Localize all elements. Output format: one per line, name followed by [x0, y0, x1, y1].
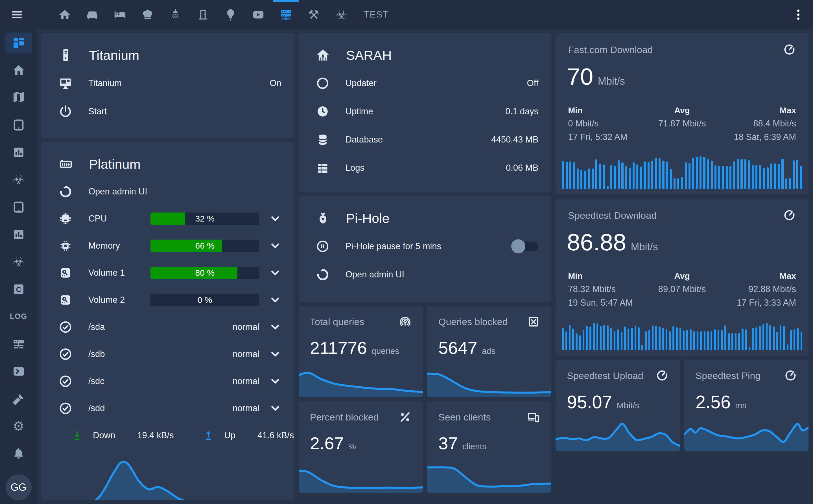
entity-row-uptime[interactable]: Uptime 0.1 days [299, 97, 552, 126]
upload-sparkline [556, 414, 680, 451]
disk-label: /sdd [88, 403, 105, 413]
sidebar-item-dashboard[interactable] [0, 29, 37, 56]
sofa-icon [86, 8, 99, 21]
sidebar-item-log[interactable]: LOG [0, 303, 37, 330]
gauge-row-cpu[interactable]: CPU 32 % [41, 205, 294, 232]
chevron-down-icon[interactable] [269, 240, 281, 252]
entity-row-updater[interactable]: Updater Off [299, 69, 552, 97]
total-queries-card: Total queries 211776queries [299, 306, 423, 397]
menu-icon[interactable] [10, 8, 24, 21]
speed-unit: Mbit/s [617, 401, 639, 410]
disk-label: /sdb [88, 349, 105, 359]
gauge-row-memory[interactable]: Memory 66 % [41, 232, 294, 259]
tab-lights[interactable] [217, 0, 244, 29]
gauge-value: 0 % [150, 294, 259, 306]
gauge-row-volume1[interactable]: Volume 1 80 % [41, 259, 294, 286]
entity-row-database[interactable]: Database 4450.43 MB [299, 126, 552, 154]
pihole-pause-toggle[interactable] [512, 242, 538, 251]
entity-row-start[interactable]: Start [41, 97, 294, 126]
sidebar-item-tablet-2[interactable] [0, 193, 37, 221]
max-value: 88.4 Mbit/s [718, 119, 796, 129]
chevron-down-icon[interactable] [269, 212, 281, 225]
tab-biohazard[interactable]: ☣ [327, 0, 355, 29]
avg-value: 89.07 Mbit/s [647, 284, 718, 294]
gauge-value: 32 % [150, 212, 259, 225]
speed-value: 86.88 [567, 229, 626, 256]
home-icon [58, 8, 71, 21]
list-icon [315, 161, 330, 175]
stat-title: Queries blocked [439, 316, 508, 327]
fastcom-bar-chart [562, 152, 802, 189]
tab-server[interactable] [272, 0, 300, 29]
toggle-label: Pi-Hole pause for 5 mins [345, 241, 441, 251]
overflow-menu-icon[interactable] [792, 8, 805, 21]
sidebar-item-server-network[interactable] [0, 330, 37, 358]
sidebar-item-map[interactable] [0, 84, 37, 111]
disk-row-sdc[interactable]: /sdc normal [41, 368, 294, 395]
sidebar-item-notifications[interactable] [0, 440, 37, 467]
entity-label: Open admin UI [88, 187, 147, 197]
chevron-down-icon[interactable] [269, 294, 281, 306]
home-icon [12, 63, 25, 77]
sidebar-item-stats[interactable] [0, 139, 37, 166]
entity-label: Database [345, 135, 383, 145]
tab-kitchen[interactable] [134, 0, 161, 29]
tab-hallway[interactable] [189, 0, 217, 29]
pihole-admin-row[interactable]: Open admin UI [299, 260, 552, 289]
tab-tools[interactable]: ⚒ [300, 0, 327, 29]
card-title: Platinum [89, 156, 141, 172]
check-circle-icon [58, 347, 73, 361]
disk-row-sdb[interactable]: /sdb normal [41, 341, 294, 368]
tablet-icon [12, 118, 25, 132]
sidebar-item-terminal[interactable] [0, 358, 37, 385]
disk-state: normal [233, 322, 259, 332]
network-throughput-row: Down 19.4 kB/s Up 41.6 kB/s [41, 422, 294, 449]
sidebar-item-developer-tools[interactable] [0, 385, 37, 412]
sidebar-item-biohazard-1[interactable]: ☣ [0, 166, 37, 193]
upload-label: Up [224, 430, 235, 441]
disk-label: /sdc [88, 376, 104, 386]
tab-test[interactable]: TEST [355, 0, 397, 29]
disk-label: /sda [88, 322, 105, 332]
chef-hat-icon [141, 8, 154, 21]
gear-icon: ⚙ [13, 420, 24, 433]
check-circle-icon [58, 401, 73, 415]
sidebar-item-biohazard-2[interactable]: ☣ [0, 248, 37, 275]
tab-home[interactable] [51, 0, 78, 29]
dashboard-view: Titanium Titanium On Start Platinum Open… [37, 29, 813, 504]
chevron-down-icon[interactable] [269, 321, 281, 333]
sidebar-item-home[interactable] [0, 56, 37, 84]
disk-row-sdd[interactable]: /sdd normal [41, 395, 294, 422]
youtube-icon [252, 8, 265, 21]
desktop-icon [58, 76, 73, 90]
sidebar-item-c[interactable]: C [0, 275, 37, 303]
entity-row-logs[interactable]: Logs 0.06 MB [299, 154, 552, 182]
chevron-down-icon[interactable] [269, 402, 281, 415]
server-network-icon [12, 337, 25, 351]
tab-media[interactable] [244, 0, 272, 29]
avatar-initials: GG [10, 481, 26, 493]
gauge-row-volume2[interactable]: Volume 2 0 % [41, 286, 294, 314]
max-date: 17 Fri, 3:33 AM [718, 298, 796, 308]
min-label: Min [568, 106, 647, 115]
user-avatar[interactable]: GG [6, 474, 32, 500]
open-admin-ui-row[interactable]: Open admin UI [41, 178, 294, 205]
tab-bathroom[interactable] [161, 0, 189, 29]
sidebar-item-settings[interactable]: ⚙ [0, 412, 37, 440]
chevron-down-icon[interactable] [269, 267, 281, 279]
card-title: SARAH [346, 47, 392, 63]
sidebar-item-tablet[interactable] [0, 111, 37, 139]
tab-bedroom[interactable] [106, 0, 134, 29]
map-icon [12, 91, 25, 104]
chevron-down-icon[interactable] [269, 375, 281, 387]
entity-row-titanium[interactable]: Titanium On [41, 69, 294, 97]
sidebar-item-stats-2[interactable] [0, 221, 37, 248]
view-dashboard-icon [12, 36, 25, 50]
disk-row-sda[interactable]: /sda normal [41, 314, 294, 341]
seen-clients-card: Seen clients 37clients [427, 402, 551, 493]
download-icon [71, 429, 83, 442]
sidebar: ☣ ☣ C LOG ⚙ GG [0, 29, 37, 504]
tab-living-room[interactable] [78, 0, 106, 29]
entity-state: Off [527, 78, 539, 88]
chevron-down-icon[interactable] [269, 348, 281, 360]
